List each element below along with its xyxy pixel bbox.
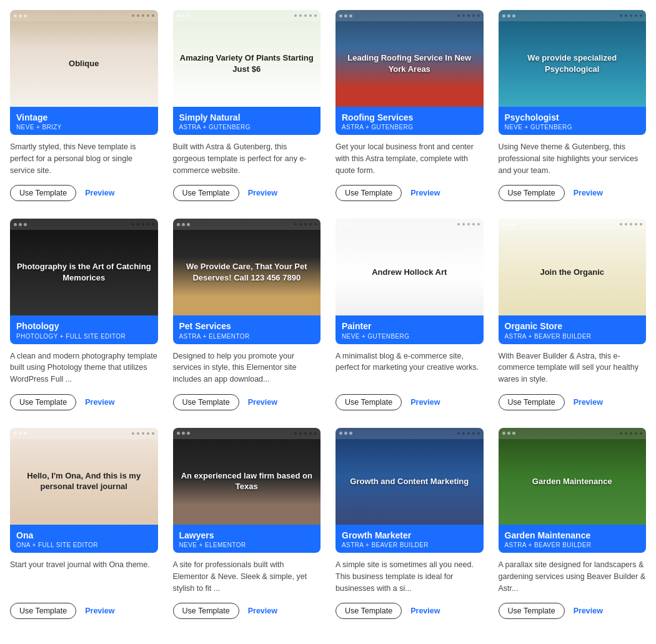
template-thumbnail-growth-marketer: Growth and Content Marketing <box>335 428 484 525</box>
template-description-psychologist: Using Neve theme & Gutenberg, this profe… <box>499 141 647 176</box>
template-description-vintage: Smartly styled, this Neve template is pe… <box>10 141 158 176</box>
template-label-psychologist: Psychologist NEVE + GUTENBERG <box>499 107 647 135</box>
template-description-painter: A minimalist blog & e-commerce site, per… <box>335 350 484 385</box>
template-label-growth-marketer: Growth Marketer ASTRA + BEAVER BUILDER <box>335 525 484 553</box>
template-card-growth-marketer: Growth and Content Marketing Growth Mark… <box>335 428 484 622</box>
template-label-ona: Ona ONA + FULL SITE EDITOR <box>10 525 158 553</box>
template-actions-psychologist: Use Template Preview <box>499 185 647 201</box>
template-actions-garden-maintenance: Use Template Preview <box>499 603 647 619</box>
template-card-psychologist: We provide specialized Psychological Psy… <box>499 10 647 204</box>
preview-button-psychologist[interactable]: Preview <box>574 189 603 197</box>
use-template-button-growth-marketer[interactable]: Use Template <box>335 603 402 619</box>
template-label-photology: Photology PHOTOLOGY + FULL SITE EDITOR <box>10 315 158 344</box>
template-thumbnail-vintage: Oblique <box>10 10 158 107</box>
use-template-button-ona[interactable]: Use Template <box>10 603 76 619</box>
template-thumbnail-garden-maintenance: Garden Maintenance <box>499 428 647 525</box>
preview-button-photology[interactable]: Preview <box>85 398 114 407</box>
template-stack-lawyers: NEVE + ELEMENTOR <box>179 542 315 548</box>
template-actions-growth-marketer: Use Template Preview <box>335 603 484 619</box>
template-description-lawyers: A site for professionals built with Elem… <box>173 559 321 594</box>
template-actions-simply-natural: Use Template Preview <box>173 185 321 201</box>
preview-button-pet-services[interactable]: Preview <box>248 398 277 407</box>
template-thumbnail-painter: Andrew Hollock Art <box>335 219 484 315</box>
template-name-psychologist: Psychologist <box>505 112 640 123</box>
use-template-button-photology[interactable]: Use Template <box>10 394 76 410</box>
template-stack-garden-maintenance: ASTRA + BEAVER BUILDER <box>505 542 640 548</box>
template-label-lawyers: Lawyers NEVE + ELEMENTOR <box>173 525 321 553</box>
template-actions-painter: Use Template Preview <box>335 394 484 410</box>
template-label-organic-store: Organic Store ASTRA + BEAVER BUILDER <box>499 315 647 344</box>
template-card-garden-maintenance: Garden Maintenance Garden Maintenance AS… <box>499 428 647 622</box>
template-stack-ona: ONA + FULL SITE EDITOR <box>16 542 152 548</box>
template-description-garden-maintenance: A parallax site designed for landscapers… <box>499 559 647 594</box>
template-description-simply-natural: Built with Astra & Gutenberg, this gorge… <box>173 141 321 176</box>
use-template-button-lawyers[interactable]: Use Template <box>173 603 239 619</box>
use-template-button-roofing-services[interactable]: Use Template <box>335 185 402 201</box>
template-thumbnail-roofing-services: Leading Roofing Service In New York Area… <box>335 10 484 107</box>
preview-button-ona[interactable]: Preview <box>85 607 114 615</box>
template-name-organic-store: Organic Store <box>505 320 640 332</box>
template-name-photology: Photology <box>16 320 152 332</box>
template-name-roofing-services: Roofing Services <box>342 112 477 123</box>
template-label-vintage: Vintage NEVE + BRIZY <box>10 107 158 135</box>
template-name-lawyers: Lawyers <box>179 530 315 541</box>
use-template-button-organic-store[interactable]: Use Template <box>499 394 565 410</box>
template-description-pet-services: Designed to help you promote your servic… <box>173 350 321 385</box>
template-stack-psychologist: NEVE + GUTENBERG <box>505 124 640 131</box>
template-name-pet-services: Pet Services <box>179 320 315 332</box>
template-card-vintage: Oblique Vintage NEVE + BRIZY Smartly sty… <box>10 10 158 204</box>
template-actions-pet-services: Use Template Preview <box>173 394 321 410</box>
template-card-painter: Andrew Hollock Art Painter NEVE + GUTENB… <box>335 219 484 412</box>
template-card-pet-services: We Provide Care, That Your Pet Deserves!… <box>173 219 321 412</box>
template-card-roofing-services: Leading Roofing Service In New York Area… <box>335 10 484 204</box>
template-thumbnail-lawyers: An experienced law firm based on Texas <box>173 428 321 525</box>
use-template-button-garden-maintenance[interactable]: Use Template <box>499 603 565 619</box>
template-actions-organic-store: Use Template Preview <box>499 394 647 410</box>
template-card-organic-store: Join the Organic Organic Store ASTRA + B… <box>499 219 647 412</box>
template-stack-vintage: NEVE + BRIZY <box>16 124 152 131</box>
template-thumbnail-ona: Hello, I'm Ona, And this is my personal … <box>10 428 158 525</box>
preview-button-organic-store[interactable]: Preview <box>574 398 603 407</box>
preview-button-garden-maintenance[interactable]: Preview <box>574 607 603 615</box>
template-actions-roofing-services: Use Template Preview <box>335 185 484 201</box>
template-label-roofing-services: Roofing Services ASTRA + GUTENBERG <box>335 107 484 135</box>
template-name-ona: Ona <box>16 530 152 541</box>
template-name-garden-maintenance: Garden Maintenance <box>505 530 640 541</box>
template-stack-organic-store: ASTRA + BEAVER BUILDER <box>505 333 640 340</box>
template-actions-ona: Use Template Preview <box>10 603 158 619</box>
use-template-button-pet-services[interactable]: Use Template <box>173 394 239 410</box>
template-name-growth-marketer: Growth Marketer <box>342 530 477 541</box>
preview-button-painter[interactable]: Preview <box>410 398 440 407</box>
template-stack-growth-marketer: ASTRA + BEAVER BUILDER <box>342 542 477 548</box>
template-label-garden-maintenance: Garden Maintenance ASTRA + BEAVER BUILDE… <box>499 525 647 553</box>
use-template-button-psychologist[interactable]: Use Template <box>499 185 565 201</box>
template-stack-roofing-services: ASTRA + GUTENBERG <box>342 124 477 131</box>
template-stack-photology: PHOTOLOGY + FULL SITE EDITOR <box>16 333 152 340</box>
preview-button-vintage[interactable]: Preview <box>85 189 114 197</box>
template-label-simply-natural: Simply Natural ASTRA + GUTENBERG <box>173 107 321 135</box>
template-name-painter: Painter <box>342 320 477 332</box>
use-template-button-simply-natural[interactable]: Use Template <box>173 185 239 201</box>
template-description-ona: Start your travel journal with Ona theme… <box>10 559 158 594</box>
preview-button-simply-natural[interactable]: Preview <box>248 189 277 197</box>
template-label-painter: Painter NEVE + GUTENBERG <box>335 315 484 344</box>
templates-grid: Oblique Vintage NEVE + BRIZY Smartly sty… <box>10 10 646 622</box>
template-description-organic-store: With Beaver Builder & Astra, this e-comm… <box>499 350 647 385</box>
template-card-photology: Photography is the Art of Catching Memor… <box>10 219 158 412</box>
template-stack-simply-natural: ASTRA + GUTENBERG <box>179 124 315 131</box>
template-name-vintage: Vintage <box>16 112 152 123</box>
template-card-simply-natural: Amazing Variety Of Plants Starting Just … <box>173 10 321 204</box>
template-thumbnail-organic-store: Join the Organic <box>499 219 647 315</box>
preview-button-lawyers[interactable]: Preview <box>248 607 277 615</box>
template-stack-pet-services: ASTRA + ELEMENTOR <box>179 333 315 340</box>
template-card-lawyers: An experienced law firm based on Texas L… <box>173 428 321 622</box>
template-stack-painter: NEVE + GUTENBERG <box>342 333 477 340</box>
use-template-button-painter[interactable]: Use Template <box>335 394 402 410</box>
template-actions-photology: Use Template Preview <box>10 394 158 410</box>
template-card-ona: Hello, I'm Ona, And this is my personal … <box>10 428 158 622</box>
preview-button-roofing-services[interactable]: Preview <box>410 189 440 197</box>
template-label-pet-services: Pet Services ASTRA + ELEMENTOR <box>173 315 321 344</box>
template-name-simply-natural: Simply Natural <box>179 112 315 123</box>
use-template-button-vintage[interactable]: Use Template <box>10 185 76 201</box>
preview-button-growth-marketer[interactable]: Preview <box>410 607 440 615</box>
